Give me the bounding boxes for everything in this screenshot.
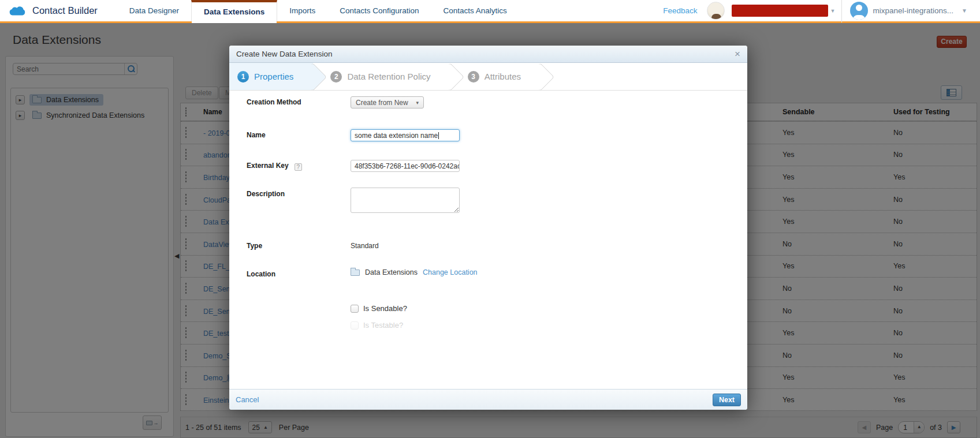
- create-data-extension-modal: Create New Data Extension × 1 Properties…: [229, 46, 747, 410]
- app-title: Contact Builder: [32, 5, 98, 16]
- text-cursor: [438, 132, 439, 139]
- name-input[interactable]: some data extension name: [351, 129, 460, 141]
- modal-header: Create New Data Extension ×: [229, 46, 747, 63]
- step-label: Attributes: [485, 72, 521, 81]
- location-value: Data Extensions: [365, 268, 418, 276]
- nav-tab-label: Data Extensions: [204, 8, 264, 16]
- change-location-link[interactable]: Change Location: [423, 268, 478, 276]
- modal-title: Create New Data Extension: [236, 50, 333, 58]
- nav-tabs: Data Designer Data Extensions Imports Co…: [117, 0, 519, 21]
- modal-footer: Cancel Next: [229, 389, 747, 410]
- nav-tab-label: Contacts Analytics: [444, 6, 507, 15]
- nav-tab[interactable]: Data Designer: [117, 0, 191, 21]
- next-button[interactable]: Next: [713, 394, 741, 406]
- nav-right-cluster: Feedback ▼ mixpanel-integrations... ▼: [663, 0, 980, 21]
- salesforce-cloud-icon: [8, 5, 27, 17]
- user-dropdown-caret-icon[interactable]: ▼: [962, 8, 967, 14]
- wizard-step[interactable]: 1 Properties: [229, 63, 313, 90]
- help-icon[interactable]: ?: [295, 163, 302, 171]
- wizard-steps: 1 Properties 2 Data Retention Policy 3 A…: [229, 63, 747, 91]
- nav-divider: [841, 0, 842, 23]
- top-nav: Contact Builder Data Designer Data Exten…: [0, 0, 980, 23]
- nav-tab-label: Contacts Configuration: [340, 6, 419, 15]
- app-brand: Contact Builder: [0, 0, 117, 21]
- step-label: Properties: [254, 72, 293, 81]
- is-testable-label: Is Testable?: [363, 321, 403, 330]
- description-label: Description: [247, 190, 342, 198]
- nav-tab-label: Data Designer: [129, 6, 179, 15]
- step-number-badge: 2: [330, 71, 342, 83]
- type-label: Type: [247, 242, 342, 250]
- modal-body: Creation Method Create from New ▾ Name s…: [229, 91, 747, 388]
- close-icon[interactable]: ×: [735, 49, 740, 59]
- cancel-link[interactable]: Cancel: [236, 395, 259, 404]
- name-input-value: some data extension name: [355, 132, 438, 140]
- location-label: Location: [247, 270, 342, 278]
- feedback-link[interactable]: Feedback: [663, 6, 697, 15]
- is-testable-checkbox: [351, 321, 359, 330]
- redacted-account-badge[interactable]: [732, 5, 828, 17]
- step-number-badge: 3: [468, 71, 479, 83]
- nav-tab[interactable]: Imports: [277, 0, 327, 21]
- wizard-step[interactable]: 2 Data Retention Policy: [313, 63, 450, 90]
- description-textarea[interactable]: [351, 188, 460, 213]
- creation-method-label: Creation Method: [247, 98, 342, 106]
- nav-tab[interactable]: Contacts Analytics: [431, 0, 519, 21]
- nav-tab-label: Imports: [289, 6, 315, 15]
- location-folder-icon: [351, 269, 360, 276]
- account-dropdown-caret-icon[interactable]: ▼: [830, 8, 836, 14]
- external-key-input[interactable]: 48f353b6-7268-11ec-90d6-0242ac1200: [351, 160, 460, 172]
- chevron-down-icon: ▾: [416, 100, 419, 106]
- nav-tab[interactable]: Contacts Configuration: [327, 0, 431, 21]
- creation-method-value: Create from New: [356, 99, 408, 107]
- step-number-badge: 1: [237, 71, 249, 83]
- einstein-avatar[interactable]: [707, 2, 725, 20]
- type-value: Standard: [351, 242, 379, 250]
- wizard-step[interactable]: 3 Attributes: [450, 63, 541, 90]
- external-key-value: 48f353b6-7268-11ec-90d6-0242ac1200: [355, 162, 460, 170]
- user-name: mixpanel-integrations...: [873, 6, 954, 15]
- external-key-label: External Key?: [247, 162, 342, 171]
- name-label: Name: [247, 131, 342, 139]
- step-label: Data Retention Policy: [347, 72, 430, 81]
- external-key-label-text: External Key: [247, 162, 289, 170]
- is-sendable-label: Is Sendable?: [363, 304, 407, 313]
- is-sendable-checkbox[interactable]: [351, 305, 359, 313]
- user-avatar-icon[interactable]: [850, 2, 868, 20]
- nav-tab[interactable]: Data Extensions: [191, 0, 277, 21]
- creation-method-select[interactable]: Create from New ▾: [351, 96, 424, 108]
